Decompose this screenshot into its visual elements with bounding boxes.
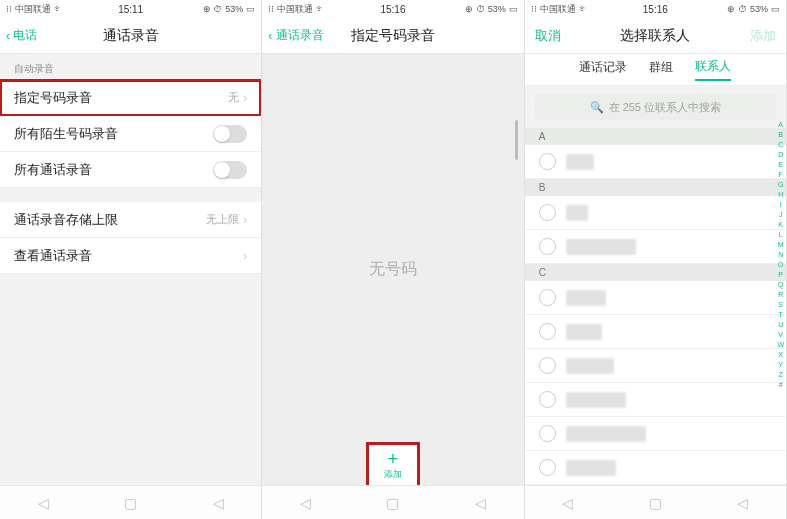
toggle-switch[interactable] (213, 161, 247, 179)
section-header: C (525, 264, 786, 281)
radio-circle[interactable] (539, 391, 556, 408)
home-icon[interactable]: ▢ (386, 495, 399, 511)
index-letter[interactable]: I (780, 200, 782, 210)
screen-designated-numbers: ⁝⁝中国联通ᯤ 15:16 ⊕ ⏱53%▭ ‹ 通话录音 指定号码录音 无号码 … (262, 0, 524, 519)
back-icon[interactable]: ◁ (38, 495, 49, 511)
index-letter[interactable]: H (778, 190, 783, 200)
content-area: 自动录音 指定号码录音 无› 所有陌生号码录音 所有通话录音 通话录音存储上限 … (0, 54, 261, 485)
scroll-indicator (515, 120, 518, 160)
recent-icon[interactable]: ◁ (213, 495, 224, 511)
carrier-label: 中国联通 (15, 3, 51, 16)
index-letter[interactable]: K (778, 220, 783, 230)
index-letter[interactable]: P (778, 270, 783, 280)
index-letter[interactable]: C (778, 140, 783, 150)
index-letter[interactable]: Z (779, 370, 783, 380)
contact-row[interactable] (525, 349, 786, 383)
contact-row[interactable] (525, 145, 786, 179)
home-icon[interactable]: ▢ (124, 495, 137, 511)
index-letter[interactable]: V (778, 330, 783, 340)
back-icon[interactable]: ◁ (300, 495, 311, 511)
wifi-icon: ᯤ (54, 4, 63, 14)
battery-icon: ▭ (771, 4, 780, 14)
contact-row[interactable] (525, 281, 786, 315)
signal-icon: ⁝⁝ (268, 4, 274, 14)
index-letter[interactable]: U (778, 320, 783, 330)
index-letter[interactable]: E (778, 160, 783, 170)
index-letter[interactable]: Q (778, 280, 783, 290)
section-header: A (525, 128, 786, 145)
radio-circle[interactable] (539, 323, 556, 340)
row-stranger-numbers[interactable]: 所有陌生号码录音 (0, 116, 261, 152)
contact-row[interactable] (525, 417, 786, 451)
battery-icon: ▭ (509, 4, 518, 14)
contact-row[interactable] (525, 315, 786, 349)
recent-icon[interactable]: ◁ (737, 495, 748, 511)
contact-row[interactable] (525, 383, 786, 417)
alpha-index[interactable]: ABCDEFGHIJKLMNOPQRSTUVWXYZ# (777, 120, 784, 390)
contact-name-redacted (566, 324, 602, 340)
contact-name-redacted (566, 426, 646, 442)
index-letter[interactable]: N (778, 250, 783, 260)
back-button[interactable]: ‹ 通话录音 (268, 27, 323, 44)
index-letter[interactable]: # (779, 380, 783, 390)
tab-contacts[interactable]: 联系人 (695, 58, 731, 81)
index-letter[interactable]: B (778, 130, 783, 140)
contact-row[interactable] (525, 196, 786, 230)
radio-circle[interactable] (539, 425, 556, 442)
page-title: 通话录音 (103, 27, 159, 45)
radio-circle[interactable] (539, 459, 556, 476)
alarm-icon: ⊕ ⏱ (203, 4, 223, 14)
page-title: 选择联系人 (620, 27, 690, 45)
contact-list[interactable]: ABC (525, 128, 786, 485)
row-designated-numbers[interactable]: 指定号码录音 无› (0, 80, 261, 116)
index-letter[interactable]: G (778, 180, 783, 190)
back-icon[interactable]: ◁ (562, 495, 573, 511)
radio-circle[interactable] (539, 289, 556, 306)
index-letter[interactable]: D (778, 150, 783, 160)
system-nav: ◁ ▢ ◁ (0, 485, 261, 519)
carrier-label: 中国联通 (540, 3, 576, 16)
battery-label: 53% (225, 4, 243, 14)
home-icon[interactable]: ▢ (649, 495, 662, 511)
confirm-add-button[interactable]: 添加 (750, 27, 776, 45)
back-button[interactable]: ‹ 电话 (6, 27, 37, 44)
index-letter[interactable]: X (778, 350, 783, 360)
recent-icon[interactable]: ◁ (475, 495, 486, 511)
status-bar: ⁝⁝中国联通ᯤ 15:16 ⊕ ⏱53%▭ (525, 0, 786, 18)
radio-circle[interactable] (539, 153, 556, 170)
radio-circle[interactable] (539, 357, 556, 374)
nav-bar: 取消 选择联系人 添加 (525, 18, 786, 54)
tab-history[interactable]: 通话记录 (579, 59, 627, 80)
search-input[interactable]: 🔍在 255 位联系人中搜索 (535, 94, 776, 120)
section-header: B (525, 179, 786, 196)
index-letter[interactable]: A (778, 120, 783, 130)
radio-circle[interactable] (539, 204, 556, 221)
index-letter[interactable]: M (778, 240, 784, 250)
contact-row[interactable] (525, 451, 786, 485)
index-letter[interactable]: F (779, 170, 783, 180)
row-storage-limit[interactable]: 通话录音存储上限 无上限› (0, 202, 261, 238)
chevron-right-icon: › (243, 249, 247, 263)
contact-row[interactable] (525, 230, 786, 264)
signal-icon: ⁝⁝ (6, 4, 12, 14)
toggle-switch[interactable] (213, 125, 247, 143)
chevron-left-icon: ‹ (268, 29, 272, 43)
add-button[interactable]: + 添加 (369, 445, 417, 485)
index-letter[interactable]: W (777, 340, 784, 350)
row-view-recordings[interactable]: 查看通话录音 › (0, 238, 261, 274)
cancel-button[interactable]: 取消 (535, 27, 561, 45)
index-letter[interactable]: T (779, 310, 783, 320)
index-letter[interactable]: Y (778, 360, 783, 370)
contact-name-redacted (566, 358, 614, 374)
index-letter[interactable]: S (778, 300, 783, 310)
radio-circle[interactable] (539, 238, 556, 255)
index-letter[interactable]: O (778, 260, 783, 270)
row-all-calls[interactable]: 所有通话录音 (0, 152, 261, 188)
index-letter[interactable]: R (778, 290, 783, 300)
chevron-right-icon: › (243, 213, 247, 227)
index-letter[interactable]: J (779, 210, 783, 220)
index-letter[interactable]: L (779, 230, 783, 240)
plus-icon: + (388, 450, 399, 468)
clock: 15:11 (118, 4, 143, 15)
tab-groups[interactable]: 群组 (649, 59, 673, 80)
